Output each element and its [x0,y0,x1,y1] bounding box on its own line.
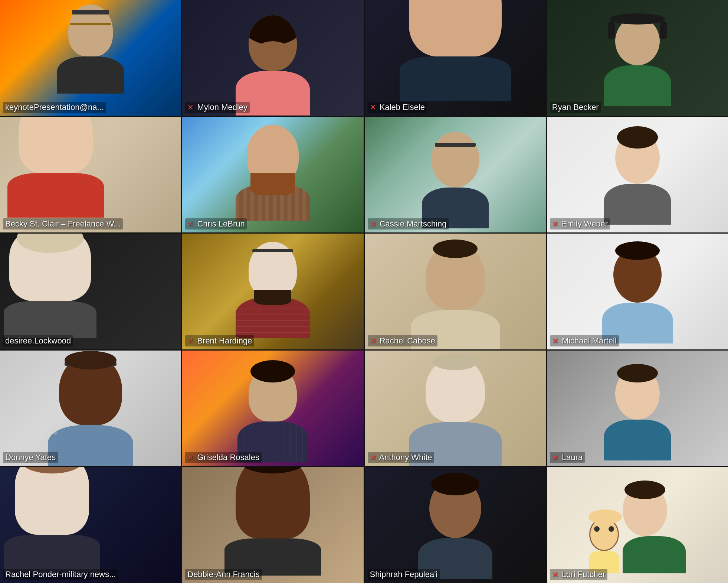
participant-cell[interactable]: ✕ Michael Martell [547,234,728,349]
participant-cell[interactable]: keynotePresentation@na... [0,0,181,116]
participant-name: ✕ Laura [550,452,585,463]
participant-cell[interactable]: ✕ Lori Futcher [547,467,728,583]
participant-name: Shiphrah Fepulea'i [368,569,440,580]
participant-name: ✕ Brent Hardinge [185,335,254,346]
participant-name: ✕ Mylon Medley [185,102,250,113]
participant-name: ✕ Rachel Cabose [368,335,438,346]
participant-cell[interactable]: ✕ Emily Weber [547,117,728,233]
participant-name: ✕ Kaleb Eisele [368,102,427,113]
participant-cell[interactable]: desiree.Lockwood [0,234,181,349]
participant-cell[interactable]: Debbie-Ann Francis [182,467,363,583]
participant-name: ✕ Lori Futcher [550,569,608,580]
participant-name: Rachel Ponder-military news... [3,569,118,580]
participant-name: ✕ Emily Weber [550,218,610,229]
participant-name: desiree.Lockwood [3,335,73,346]
participant-cell[interactable]: Shiphrah Fepulea'i [365,467,546,583]
participant-cell[interactable]: ✕ Kaleb Eisele [365,0,546,116]
participant-name: Becky St. Clair – Freelance W... [3,218,123,229]
participant-cell[interactable]: ✕ Brent Hardinge [182,234,363,349]
participant-name: ✕ Chris LeBrun [185,218,247,229]
participant-name: Donnye Yates [3,452,58,463]
mute-icon: ✕ [187,103,194,112]
participant-name: Ryan Becker [550,102,601,113]
participant-cell[interactable]: Becky St. Clair – Freelance W... [0,117,181,233]
participant-cell[interactable]: Donnye Yates [0,351,181,466]
participant-cell[interactable]: Ryan Becker [547,0,728,116]
participant-cell[interactable]: ✕ Anthony White [365,351,546,466]
participant-cell[interactable]: ✕ Laura [547,351,728,466]
participant-name: keynotePresentation@na... [3,102,106,113]
participant-name: ✕ Michael Martell [550,335,619,346]
participant-cell[interactable]: ✕ Mylon Medley [182,0,363,116]
participant-cell[interactable]: ✕ Rachel Cabose [365,234,546,349]
participant-cell[interactable]: ✕ Griselda Rosales [182,351,363,466]
participant-name: ✕ Cassie Martsching [368,218,449,229]
participant-name: Debbie-Ann Francis [185,569,262,580]
participant-cell[interactable]: Rachel Ponder-military news... [0,467,181,583]
participant-name: ✕ Anthony White [368,452,434,463]
participant-cell[interactable]: ✕ Chris LeBrun [182,117,363,233]
participant-cell[interactable]: ✕ Cassie Martsching [365,117,546,233]
participant-name: ✕ Griselda Rosales [185,452,262,463]
video-grid: keynotePresentation@na... ✕ Mylon Medley [0,0,728,583]
